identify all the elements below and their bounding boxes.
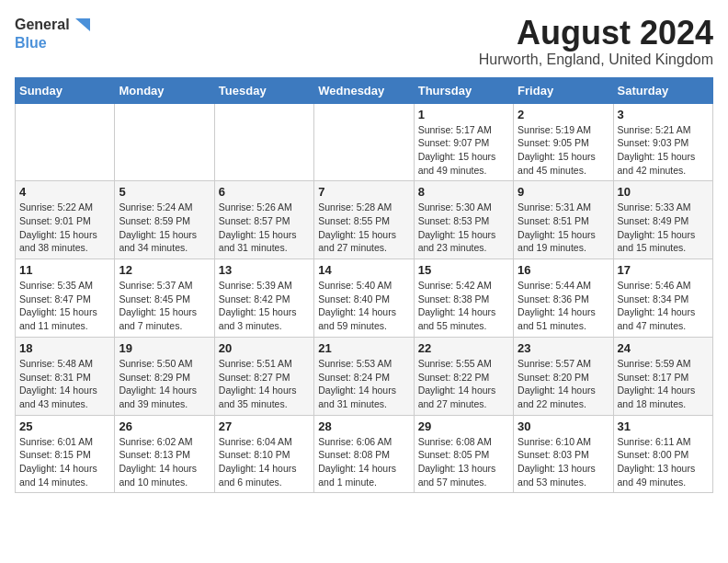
calendar-cell: 16Sunrise: 5:44 AM Sunset: 8:36 PM Dayli… [514, 259, 613, 338]
day-info: Sunrise: 5:35 AM Sunset: 8:47 PM Dayligh… [19, 279, 110, 333]
col-header-friday: Friday [514, 77, 613, 103]
day-number: 28 [318, 419, 409, 433]
day-info: Sunrise: 5:44 AM Sunset: 8:36 PM Dayligh… [518, 279, 609, 333]
day-info: Sunrise: 5:39 AM Sunset: 8:42 PM Dayligh… [219, 279, 310, 333]
calendar-cell: 10Sunrise: 5:33 AM Sunset: 8:49 PM Dayli… [613, 181, 712, 259]
calendar-cell: 13Sunrise: 5:39 AM Sunset: 8:42 PM Dayli… [214, 259, 313, 338]
calendar-cell: 19Sunrise: 5:50 AM Sunset: 8:29 PM Dayli… [115, 337, 214, 415]
calendar-week-3: 18Sunrise: 5:48 AM Sunset: 8:31 PM Dayli… [16, 337, 713, 415]
day-number: 25 [19, 419, 110, 433]
day-number: 24 [618, 341, 709, 355]
calendar-cell: 17Sunrise: 5:46 AM Sunset: 8:34 PM Dayli… [613, 259, 712, 338]
day-info: Sunrise: 6:02 AM Sunset: 8:13 PM Dayligh… [119, 435, 210, 489]
day-number: 2 [518, 108, 609, 121]
day-number: 29 [418, 419, 509, 433]
calendar-cell: 25Sunrise: 6:01 AM Sunset: 8:15 PM Dayli… [16, 415, 115, 493]
day-number: 1 [418, 108, 509, 121]
day-info: Sunrise: 5:53 AM Sunset: 8:24 PM Dayligh… [318, 357, 409, 411]
calendar-week-4: 25Sunrise: 6:01 AM Sunset: 8:15 PM Dayli… [16, 415, 713, 493]
calendar-cell: 3Sunrise: 5:21 AM Sunset: 9:03 PM Daylig… [613, 103, 712, 181]
day-number: 19 [119, 341, 210, 355]
logo-general: General [15, 17, 70, 33]
calendar-cell: 9Sunrise: 5:31 AM Sunset: 8:51 PM Daylig… [514, 181, 613, 259]
calendar: SundayMondayTuesdayWednesdayThursdayFrid… [15, 77, 713, 494]
day-info: Sunrise: 5:51 AM Sunset: 8:27 PM Dayligh… [219, 357, 310, 411]
calendar-cell: 22Sunrise: 5:55 AM Sunset: 8:22 PM Dayli… [414, 337, 513, 415]
logo-triangle-icon [72, 15, 92, 35]
day-number: 12 [119, 263, 210, 277]
day-info: Sunrise: 5:21 AM Sunset: 9:03 PM Dayligh… [618, 123, 709, 178]
calendar-cell: 14Sunrise: 5:40 AM Sunset: 8:40 PM Dayli… [314, 259, 414, 338]
calendar-cell: 8Sunrise: 5:30 AM Sunset: 8:53 PM Daylig… [414, 181, 513, 259]
calendar-cell [115, 103, 214, 181]
day-number: 20 [219, 341, 310, 355]
calendar-cell [16, 103, 115, 181]
day-number: 27 [219, 419, 310, 433]
day-number: 3 [618, 108, 709, 121]
header: General Blue August 2024 Hurworth, Engla… [15, 15, 713, 68]
logo-blue: Blue [15, 35, 92, 52]
calendar-cell: 26Sunrise: 6:02 AM Sunset: 8:13 PM Dayli… [115, 415, 214, 493]
day-info: Sunrise: 5:40 AM Sunset: 8:40 PM Dayligh… [318, 279, 409, 333]
day-number: 18 [19, 341, 110, 355]
day-info: Sunrise: 5:30 AM Sunset: 8:53 PM Dayligh… [418, 201, 509, 255]
col-header-monday: Monday [115, 77, 214, 103]
calendar-week-0: 1Sunrise: 5:17 AM Sunset: 9:07 PM Daylig… [16, 103, 713, 181]
day-info: Sunrise: 5:59 AM Sunset: 8:17 PM Dayligh… [618, 357, 709, 411]
day-info: Sunrise: 6:11 AM Sunset: 8:00 PM Dayligh… [618, 435, 709, 489]
logo-text: General Blue [15, 15, 92, 52]
calendar-cell: 18Sunrise: 5:48 AM Sunset: 8:31 PM Dayli… [16, 337, 115, 415]
calendar-cell: 29Sunrise: 6:08 AM Sunset: 8:05 PM Dayli… [414, 415, 513, 493]
day-number: 10 [618, 185, 709, 199]
col-header-wednesday: Wednesday [314, 77, 414, 103]
title-area: August 2024 Hurworth, England, United Ki… [479, 15, 713, 68]
calendar-cell: 27Sunrise: 6:04 AM Sunset: 8:10 PM Dayli… [214, 415, 313, 493]
day-number: 13 [219, 263, 310, 277]
calendar-cell: 12Sunrise: 5:37 AM Sunset: 8:45 PM Dayli… [115, 259, 214, 338]
day-number: 17 [618, 263, 709, 277]
day-number: 7 [318, 185, 409, 199]
day-info: Sunrise: 5:57 AM Sunset: 8:20 PM Dayligh… [518, 357, 609, 411]
calendar-cell: 11Sunrise: 5:35 AM Sunset: 8:47 PM Dayli… [16, 259, 115, 338]
calendar-cell: 6Sunrise: 5:26 AM Sunset: 8:57 PM Daylig… [214, 181, 313, 259]
day-info: Sunrise: 5:46 AM Sunset: 8:34 PM Dayligh… [618, 279, 709, 333]
day-info: Sunrise: 6:01 AM Sunset: 8:15 PM Dayligh… [19, 435, 110, 489]
svg-marker-0 [75, 18, 90, 31]
col-header-saturday: Saturday [613, 77, 712, 103]
calendar-cell: 2Sunrise: 5:19 AM Sunset: 9:05 PM Daylig… [514, 103, 613, 181]
subtitle: Hurworth, England, United Kingdom [479, 52, 713, 68]
day-info: Sunrise: 5:17 AM Sunset: 9:07 PM Dayligh… [418, 123, 509, 178]
day-info: Sunrise: 6:06 AM Sunset: 8:08 PM Dayligh… [318, 435, 409, 489]
day-number: 5 [119, 185, 210, 199]
day-number: 30 [518, 419, 609, 433]
day-info: Sunrise: 5:31 AM Sunset: 8:51 PM Dayligh… [518, 201, 609, 255]
calendar-cell: 5Sunrise: 5:24 AM Sunset: 8:59 PM Daylig… [115, 181, 214, 259]
day-info: Sunrise: 5:50 AM Sunset: 8:29 PM Dayligh… [119, 357, 210, 411]
day-number: 4 [19, 185, 110, 199]
day-info: Sunrise: 5:55 AM Sunset: 8:22 PM Dayligh… [418, 357, 509, 411]
calendar-cell: 7Sunrise: 5:28 AM Sunset: 8:55 PM Daylig… [314, 181, 414, 259]
day-number: 22 [418, 341, 509, 355]
day-info: Sunrise: 5:22 AM Sunset: 9:01 PM Dayligh… [19, 201, 110, 255]
day-info: Sunrise: 5:48 AM Sunset: 8:31 PM Dayligh… [19, 357, 110, 411]
day-number: 15 [418, 263, 509, 277]
logo: General Blue [15, 15, 92, 52]
calendar-week-1: 4Sunrise: 5:22 AM Sunset: 9:01 PM Daylig… [16, 181, 713, 259]
day-info: Sunrise: 5:37 AM Sunset: 8:45 PM Dayligh… [119, 279, 210, 333]
calendar-cell: 20Sunrise: 5:51 AM Sunset: 8:27 PM Dayli… [214, 337, 313, 415]
calendar-cell: 31Sunrise: 6:11 AM Sunset: 8:00 PM Dayli… [613, 415, 712, 493]
day-info: Sunrise: 5:19 AM Sunset: 9:05 PM Dayligh… [518, 123, 609, 178]
day-number: 16 [518, 263, 609, 277]
day-number: 8 [418, 185, 509, 199]
day-number: 9 [518, 185, 609, 199]
col-header-sunday: Sunday [16, 77, 115, 103]
day-info: Sunrise: 5:24 AM Sunset: 8:59 PM Dayligh… [119, 201, 210, 255]
day-number: 6 [219, 185, 310, 199]
col-header-thursday: Thursday [414, 77, 513, 103]
day-number: 26 [119, 419, 210, 433]
col-header-tuesday: Tuesday [214, 77, 313, 103]
calendar-cell: 28Sunrise: 6:06 AM Sunset: 8:08 PM Dayli… [314, 415, 414, 493]
day-info: Sunrise: 5:28 AM Sunset: 8:55 PM Dayligh… [318, 201, 409, 255]
day-info: Sunrise: 5:42 AM Sunset: 8:38 PM Dayligh… [418, 279, 509, 333]
day-number: 21 [318, 341, 409, 355]
